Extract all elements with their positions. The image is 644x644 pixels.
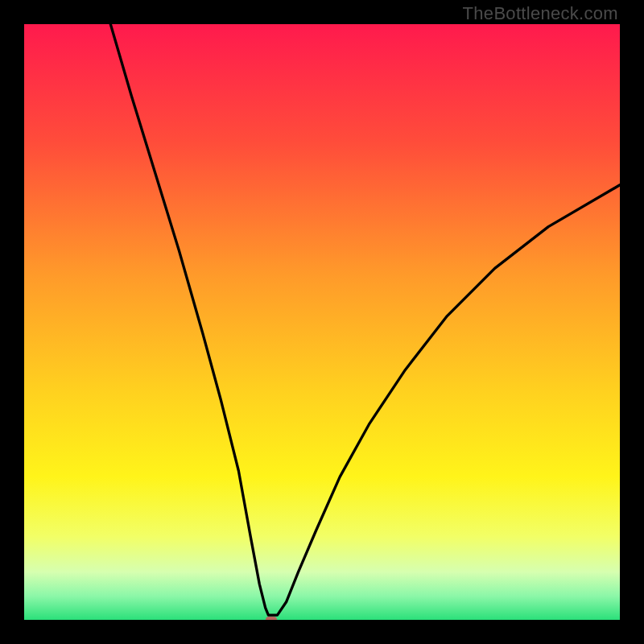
watermark-text: TheBottleneck.com: [463, 3, 618, 24]
optimum-marker: [266, 617, 277, 620]
bottleneck-curve: [24, 24, 620, 620]
plot-area: [24, 24, 620, 620]
chart-frame: TheBottleneck.com: [0, 0, 644, 644]
